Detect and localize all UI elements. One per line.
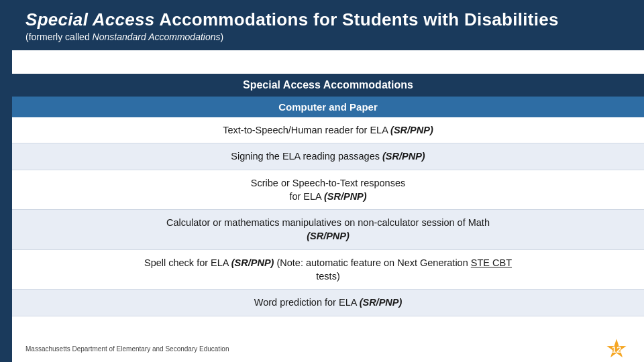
table-sub-header: Computer and Paper — [12, 97, 644, 117]
page-number: 12 — [612, 345, 621, 355]
table-row: Word prediction for ELA (SR/PNP) — [12, 290, 644, 316]
page-number-badge: ★ 12 — [602, 335, 631, 362]
main-content: Special Access Accommodations Computer a… — [12, 74, 644, 335]
footer: Massachusetts Department of Elementary a… — [12, 335, 644, 362]
footer-org-name: Massachusetts Department of Elementary a… — [25, 345, 229, 353]
table-row: Text-to-Speech/Human reader for ELA (SR/… — [12, 117, 644, 143]
header-section: Special Access Accommodations for Studen… — [12, 0, 644, 50]
page-title: Special Access Accommodations for Studen… — [25, 9, 631, 30]
table-row: Calculator or mathematics manipulatives … — [12, 210, 644, 250]
table-row: Scribe or Speech-to-Text responsesfor EL… — [12, 170, 644, 210]
left-accent-bar — [0, 0, 12, 362]
page-subtitle: (formerly called Nonstandard Accommodati… — [25, 32, 631, 42]
table-main-header: Special Access Accommodations — [12, 74, 644, 97]
table-row: Signing the ELA reading passages (SR/PNP… — [12, 143, 644, 170]
page-container: Special Access Accommodations for Studen… — [0, 0, 644, 362]
table-row: Spell check for ELA (SR/PNP) (Note: auto… — [12, 250, 644, 290]
